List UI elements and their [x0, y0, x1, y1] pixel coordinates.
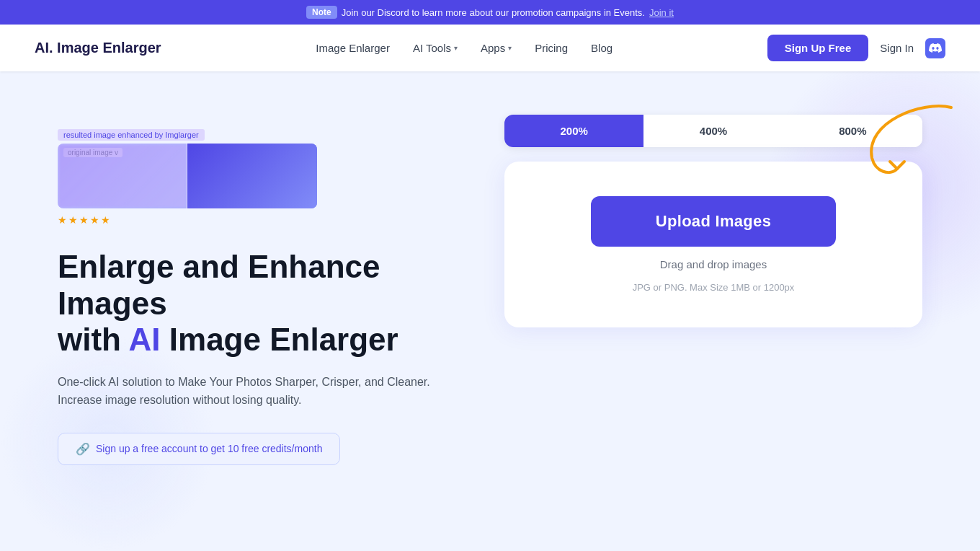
signup-button[interactable]: Sign Up Free: [767, 35, 869, 61]
hero-title: Enlarge and Enhance Images with AI Image…: [58, 249, 461, 358]
upload-images-button[interactable]: Upload Images: [591, 196, 836, 247]
announcement-text: Join our Discord to learn more about our…: [342, 7, 645, 18]
star-rating: ★★★★★: [58, 214, 112, 226]
nav-logo[interactable]: AI. Image Enlarger: [35, 40, 161, 56]
discord-icon[interactable]: [925, 38, 945, 58]
nav-item-blog[interactable]: Blog: [591, 42, 612, 54]
comparison-visual: original image v: [58, 144, 317, 208]
zoom-400-button[interactable]: 400%: [643, 115, 783, 147]
hero-left: resulted image enhanced by Imglarger ori…: [58, 115, 461, 465]
hero-section: resulted image enhanced by Imglarger ori…: [0, 71, 980, 519]
upload-card: Upload Images Drag and drop images JPG o…: [504, 162, 922, 327]
zoom-200-button[interactable]: 200%: [504, 115, 643, 147]
zoom-800-button[interactable]: 800%: [783, 115, 922, 147]
note-badge: Note: [306, 6, 337, 19]
hero-right: 200% 400% 800% Upload Images Drag and dr…: [504, 115, 922, 327]
result-label: resulted image enhanced by Imglarger: [58, 129, 205, 141]
nav-actions: Sign Up Free Sign In: [767, 35, 945, 61]
nav-item-pricing[interactable]: Pricing: [535, 42, 568, 54]
nav-item-ai-tools[interactable]: AI Tools ▾: [413, 42, 458, 54]
hero-cta-button[interactable]: 🔗 Sign up a free account to get 10 free …: [58, 433, 340, 465]
file-info-text: JPG or PNG. Max Size 1MB or 1200px: [633, 282, 795, 293]
chevron-down-icon: ▾: [454, 44, 458, 52]
chevron-down-icon: ▾: [508, 44, 512, 52]
nav-links: Image Enlarger AI Tools ▾ Apps ▾ Pricing…: [316, 42, 612, 54]
zoom-selector: 200% 400% 800%: [504, 115, 922, 147]
hero-subtitle: One-click AI solution to Make Your Photo…: [58, 373, 461, 410]
join-link[interactable]: Join it: [649, 7, 674, 18]
link-icon: 🔗: [76, 442, 90, 456]
drag-drop-text: Drag and drop images: [660, 258, 767, 270]
navbar: AI. Image Enlarger Image Enlarger AI Too…: [0, 25, 980, 71]
signin-button[interactable]: Sign In: [880, 42, 914, 54]
announcement-bar: Note Join our Discord to learn more abou…: [0, 0, 980, 25]
image-comparison: resulted image enhanced by Imglarger ori…: [58, 129, 461, 226]
nav-item-apps[interactable]: Apps ▾: [481, 42, 512, 54]
nav-item-image-enlarger[interactable]: Image Enlarger: [316, 42, 390, 54]
